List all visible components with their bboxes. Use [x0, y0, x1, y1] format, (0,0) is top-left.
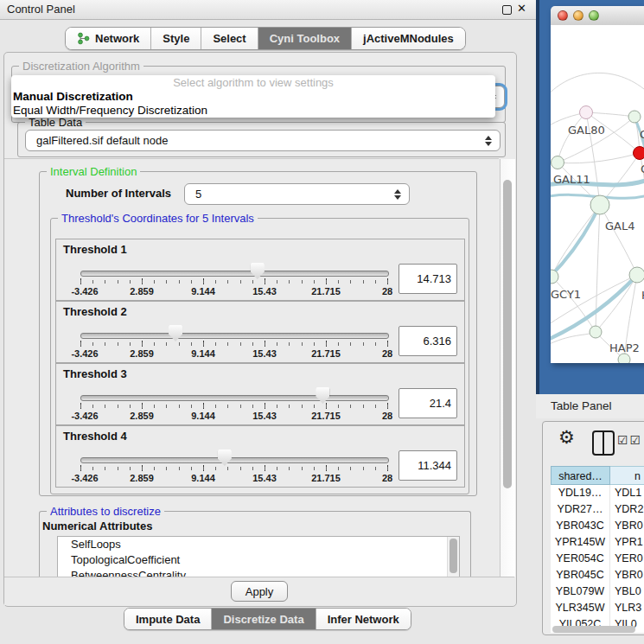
network-canvas[interactable]: GAL80 GA GAL11 C GAL4 GCY1 H HAP2: [551, 25, 644, 363]
node-hap2: [590, 326, 602, 338]
node-table: shared… n YDL19…YDL1 YDR27…YDR2 YBR043CY…: [551, 466, 644, 633]
node-gal11: [552, 156, 564, 169]
tab-jactivemnodules[interactable]: jActiveMNodules: [351, 28, 465, 49]
network-icon: [77, 32, 90, 45]
tab-style[interactable]: Style: [150, 28, 201, 49]
tab-network-label: Network: [95, 32, 139, 45]
threshold-3-panel: Threshold 3 -3.426 2.859 9.144 15.43 21.…: [55, 363, 465, 425]
threshold-4-panel: Threshold 4 -3.426 2.859 9.144 15.43 21.…: [55, 425, 465, 488]
table-row[interactable]: YLR345WYLR3: [551, 600, 644, 616]
table-panel-titlebar: Table Panel: [536, 394, 644, 419]
dropdown-option-manual[interactable]: Manual Discretization: [13, 90, 133, 103]
split-table-icon[interactable]: [592, 430, 615, 456]
table-row[interactable]: YBR043CYBR0: [551, 518, 644, 534]
minimize-traffic-light-icon[interactable]: [573, 10, 583, 21]
node-label-c: C: [641, 163, 644, 175]
node-gal4: [590, 195, 609, 214]
node-gcy1: [551, 270, 558, 284]
number-of-intervals-label: Number of Intervals: [66, 187, 171, 200]
algorithm-dropdown-popup: Select algorithm to view settings Manual…: [11, 75, 495, 118]
table-data-selected: galFiltered.sif default node: [36, 134, 168, 147]
table-row[interactable]: YPR145WYPR1: [551, 534, 644, 551]
slider-minor-ticks: [80, 280, 388, 284]
list-item[interactable]: TopologicalCoefficient: [58, 552, 459, 568]
list-item[interactable]: SelfLoops: [58, 537, 459, 552]
table-data-group-title: Table Data: [25, 116, 86, 129]
table-row[interactable]: YDL19…YDL1: [551, 485, 644, 501]
tab-discretize-data[interactable]: Discretize Data: [211, 609, 315, 629]
control-panel-titlebar: Control Panel ✕: [0, 0, 536, 20]
list-scrollbar[interactable]: [447, 537, 459, 577]
tab-network[interactable]: Network: [66, 28, 150, 49]
threshold-3-label: Threshold 3: [63, 367, 127, 380]
node-label-gal80: GAL80: [568, 124, 605, 137]
node-h: [629, 267, 644, 283]
interval-definition-title: Interval Definition: [47, 165, 140, 178]
table-data-group: Table Data galFiltered.sif default node: [17, 122, 506, 157]
threshold-2-value-field[interactable]: 6.316: [399, 326, 457, 356]
numerical-attributes-label: Numerical Attributes: [42, 520, 152, 532]
thresholds-group-title: Threshold's Coordinates for 5 Intervals: [58, 212, 258, 225]
zoom-traffic-light-icon[interactable]: [589, 10, 599, 21]
node-bottom: [618, 354, 630, 363]
numerical-attributes-list[interactable]: SelfLoops TopologicalCoefficient Between…: [57, 536, 460, 577]
network-graph: GAL80 GA GAL11 C GAL4 GCY1 H HAP2: [551, 25, 644, 363]
threshold-2-label: Threshold 2: [63, 305, 127, 318]
number-of-intervals-spinner[interactable]: 5: [184, 183, 410, 205]
gear-icon[interactable]: ⚙: [558, 427, 575, 448]
threshold-1-label: Threshold 1: [63, 243, 127, 256]
slider-minor-ticks: [80, 342, 388, 346]
node-label-gcy1: GCY1: [551, 288, 581, 301]
column-header-shared-name[interactable]: shared…: [551, 466, 610, 485]
combo-arrows-icon: [485, 136, 492, 146]
dropdown-placeholder: Select algorithm to view settings: [11, 76, 495, 89]
top-tab-bar: Network Style Select Cyni Toolbox jActiv…: [65, 27, 466, 50]
spinner-arrows-icon: [394, 189, 401, 200]
dropdown-option-equal-width[interactable]: Equal Width/Frequency Discretization: [13, 104, 207, 117]
float-window-icon[interactable]: [502, 5, 512, 15]
slider-minor-ticks: [80, 405, 388, 408]
threshold-1-slider-thumb[interactable]: [251, 263, 265, 279]
node-label-hap2: HAP2: [609, 341, 640, 354]
threshold-3-value-field[interactable]: 21.4: [399, 388, 457, 418]
threshold-1-value-field[interactable]: 14.713: [399, 264, 457, 294]
network-view-frame: GAL80 GA GAL11 C GAL4 GCY1 H HAP2: [536, 0, 644, 394]
column-header-name[interactable]: n: [610, 466, 644, 485]
network-window: GAL80 GA GAL11 C GAL4 GCY1 H HAP2: [551, 6, 644, 363]
threshold-2-slider-thumb[interactable]: [169, 325, 182, 341]
node-gal80: [580, 106, 593, 119]
attributes-group-title: Attributes to discretize: [47, 505, 164, 518]
attributes-group: Attributes to discretize Numerical Attri…: [39, 511, 471, 577]
apply-row: Apply: [4, 577, 514, 605]
algorithm-group-title: Discretization Algorithm: [19, 60, 143, 73]
slider-minor-ticks: [80, 467, 388, 470]
table-horizontal-scrollbar[interactable]: [551, 625, 641, 634]
table-data-combobox[interactable]: galFiltered.sif default node: [25, 130, 501, 151]
threshold-4-label: Threshold 4: [63, 430, 127, 443]
number-of-intervals-value: 5: [195, 188, 201, 201]
threshold-4-value-field[interactable]: 11.344: [399, 450, 457, 481]
table-row[interactable]: YDR27…YDR2: [551, 501, 644, 518]
interval-definition-group: Interval Definition Number of Intervals …: [39, 171, 477, 496]
apply-button[interactable]: Apply: [231, 581, 289, 602]
table-row[interactable]: YBL079WYBL0: [551, 583, 644, 600]
checkbox-icons[interactable]: ☑☑: [617, 433, 642, 447]
tab-cyni-toolbox[interactable]: Cyni Toolbox: [258, 28, 351, 49]
close-icon[interactable]: ✕: [517, 2, 526, 15]
thresholds-group: Threshold's Coordinates for 5 Intervals …: [50, 218, 469, 494]
table-row[interactable]: YER054CYER0: [551, 551, 644, 567]
tab-select[interactable]: Select: [201, 28, 257, 49]
table-row[interactable]: YBR045CYBR0: [551, 567, 644, 583]
node-top-right: [628, 111, 641, 123]
node-label-gal4: GAL4: [605, 220, 634, 233]
threshold-4-slider-thumb[interactable]: [218, 450, 232, 466]
settings-scroll-area: Interval Definition Number of Intervals …: [4, 158, 499, 577]
threshold-2-panel: Threshold 2 -3.426 2.859 9.144 15.43 21.…: [55, 301, 465, 363]
threshold-3-slider-thumb[interactable]: [316, 387, 329, 404]
table-panel-box: ⚙ ☑☑ shared… n YDL19…YDL1 YDR27…YDR2 YBR…: [542, 421, 644, 635]
settings-scrollbar[interactable]: [500, 159, 515, 577]
close-traffic-light-icon[interactable]: [558, 10, 568, 21]
tab-infer-network[interactable]: Infer Network: [316, 609, 411, 629]
threshold-1-panel: Threshold 1 -3.426 2.859 9.144 15.43 21.…: [55, 239, 465, 301]
tab-impute-data[interactable]: Impute Data: [124, 609, 211, 629]
